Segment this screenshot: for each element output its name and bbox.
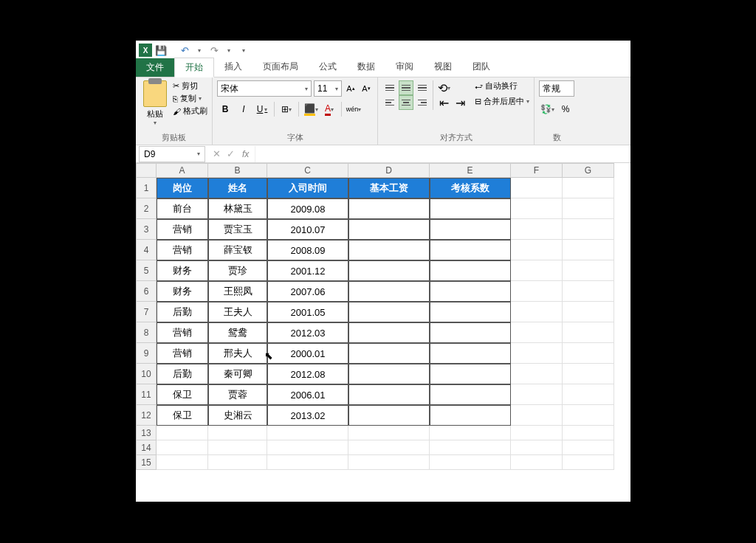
cell-A13[interactable] [157,426,208,440]
cell-A1[interactable]: 岗位 [157,178,208,198]
cell-A7[interactable]: 后勤 [157,302,208,322]
cell-D5[interactable] [348,260,430,281]
cell-G11[interactable] [563,384,614,405]
cell-D3[interactable] [348,219,430,240]
cell-E11[interactable] [430,384,511,405]
cell-D10[interactable] [348,364,430,384]
fill-color-button[interactable]: ⬛▾ [303,101,319,117]
cell-F6[interactable] [511,281,563,302]
tab-插入[interactable]: 插入 [214,58,252,77]
cell-C10[interactable]: 2012.08 [267,364,348,384]
border-button[interactable]: ⊞▾ [278,101,295,117]
row-header-12[interactable]: 12 [136,405,157,426]
underline-button[interactable]: U▾ [254,101,270,117]
tab-公式[interactable]: 公式 [309,58,347,77]
cell-F1[interactable] [511,178,563,198]
cut-button[interactable]: ✂剪切 [173,80,207,91]
cell-B6[interactable]: 王熙凤 [208,281,267,302]
merge-center-button[interactable]: ⊟合并后居中▾ [475,96,529,107]
align-middle-icon[interactable] [399,80,413,95]
cell-F10[interactable] [511,364,563,384]
align-left-icon[interactable] [382,95,397,110]
cell-F14[interactable] [511,440,563,455]
tab-视图[interactable]: 视图 [424,58,462,77]
cell-A2[interactable]: 前台 [157,198,208,219]
row-header-9[interactable]: 9 [136,343,157,364]
increase-font-icon[interactable]: A▴ [344,82,357,95]
cell-F8[interactable] [511,322,563,343]
col-header-E[interactable]: E [430,163,511,178]
cell-G8[interactable] [563,322,614,343]
save-icon[interactable]: 💾 [155,44,167,56]
cell-C13[interactable] [267,426,348,440]
font-size-select[interactable]: 11▾ [314,80,342,97]
cell-G5[interactable] [563,260,614,281]
row-header-3[interactable]: 3 [136,219,157,240]
tab-审阅[interactable]: 审阅 [385,58,424,77]
cell-C7[interactable]: 2001.05 [267,302,348,322]
cell-G3[interactable] [563,219,614,240]
row-header-14[interactable]: 14 [136,440,157,455]
wrap-text-button[interactable]: ⮐自动换行 [475,80,529,91]
enter-formula-icon[interactable]: ✓ [227,148,235,159]
cell-C12[interactable]: 2013.02 [267,405,348,426]
cell-G14[interactable] [563,440,614,455]
row-header-4[interactable]: 4 [136,240,157,260]
tab-数据[interactable]: 数据 [347,58,385,77]
cell-G4[interactable] [563,240,614,260]
cell-B5[interactable]: 贾珍 [208,260,267,281]
undo-dropdown-icon[interactable]: ▾ [193,44,205,56]
cell-G10[interactable] [563,364,614,384]
cell-F3[interactable] [511,219,563,240]
cell-A5[interactable]: 财务 [157,260,208,281]
paste-button[interactable]: 粘贴 ▾ [140,80,170,126]
spreadsheet-grid[interactable]: ABCDEFG 1岗位姓名入司时间基本工资考核系数2前台林黛玉2009.083营… [136,163,630,470]
cell-F12[interactable] [511,405,563,426]
col-header-B[interactable]: B [208,163,267,178]
cell-A4[interactable]: 营销 [157,240,208,260]
decrease-font-icon[interactable]: A▾ [360,82,373,95]
cell-F2[interactable] [511,198,563,219]
row-header-6[interactable]: 6 [136,281,157,302]
tab-开始[interactable]: 开始 [174,58,214,77]
cell-A3[interactable]: 营销 [157,219,208,240]
cell-B15[interactable] [208,455,267,470]
col-header-G[interactable]: G [563,163,614,178]
col-header-D[interactable]: D [348,163,430,178]
cell-F5[interactable] [511,260,563,281]
cell-E2[interactable] [430,198,511,219]
redo-icon[interactable]: ↷ [208,44,220,56]
cell-C5[interactable]: 2001.12 [267,260,348,281]
tab-团队[interactable]: 团队 [462,58,501,77]
cell-D1[interactable]: 基本工资 [348,178,430,198]
row-header-1[interactable]: 1 [136,178,157,198]
cancel-formula-icon[interactable]: ✕ [213,148,221,159]
cell-F7[interactable] [511,302,563,322]
orientation-icon[interactable]: ⟲▾ [436,80,451,95]
cell-E14[interactable] [430,440,511,455]
cell-C15[interactable] [267,455,348,470]
cell-D7[interactable] [348,302,430,322]
cell-F4[interactable] [511,240,563,260]
cell-B7[interactable]: 王夫人 [208,302,267,322]
row-header-2[interactable]: 2 [136,198,157,219]
percent-format-icon[interactable]: % [557,101,574,117]
undo-icon[interactable]: ↶ [179,44,190,56]
cell-G7[interactable] [563,302,614,322]
cell-A15[interactable] [157,455,208,470]
font-name-select[interactable]: 宋体▾ [217,80,312,97]
cell-D2[interactable] [348,198,430,219]
cell-G1[interactable] [563,178,614,198]
align-right-icon[interactable] [415,95,430,110]
row-header-7[interactable]: 7 [136,302,157,322]
format-painter-button[interactable]: 🖌格式刷 [173,106,207,117]
cell-E9[interactable] [430,343,511,364]
cell-D9[interactable] [348,343,430,364]
cell-B11[interactable]: 贾蓉 [208,384,267,405]
phonetic-button[interactable]: wén▾ [346,101,362,117]
cell-D12[interactable] [348,405,430,426]
select-all-corner[interactable] [136,163,157,178]
increase-indent-icon[interactable]: ⇥ [453,95,467,110]
align-bottom-icon[interactable] [415,80,430,95]
cell-C3[interactable]: 2010.07 [267,219,348,240]
